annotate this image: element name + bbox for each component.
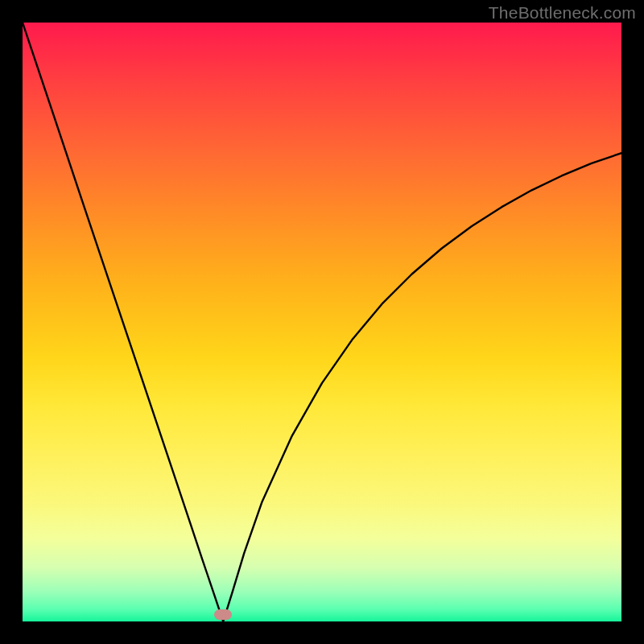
plot-area bbox=[23, 23, 621, 621]
optimal-point-marker bbox=[214, 609, 232, 620]
chart-frame: TheBottleneck.com bbox=[0, 0, 644, 644]
bottleneck-curve bbox=[23, 23, 621, 621]
watermark-text: TheBottleneck.com bbox=[489, 3, 636, 23]
